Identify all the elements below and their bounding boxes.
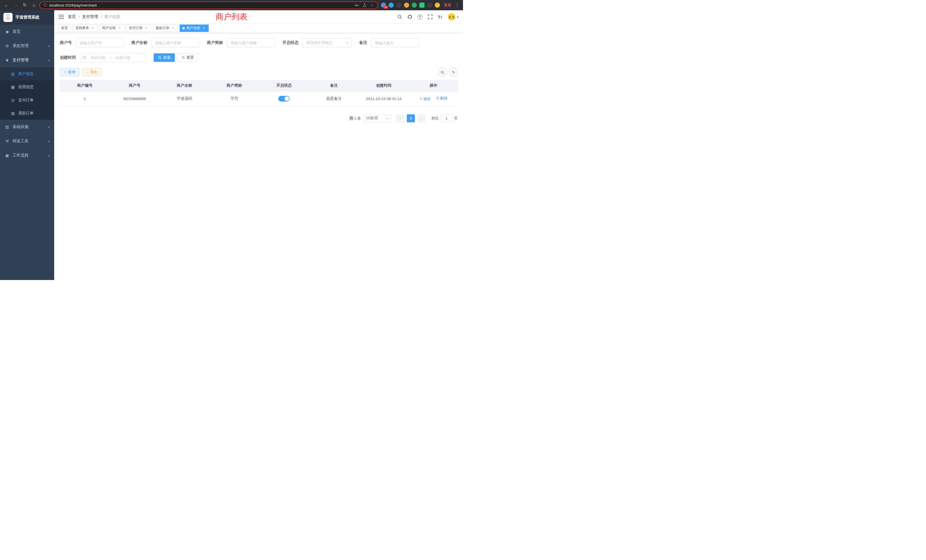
extensions-area: 10 [380,3,441,8]
search-icon[interactable] [398,15,402,19]
browser-update-button[interactable]: 更新 [444,3,451,8]
sidebar-item-merchant-info[interactable]: ▤ 商户信息 [0,67,54,80]
grid-icon: ▦ [10,85,15,89]
tab-home[interactable]: 首页 [58,24,71,32]
delete-button[interactable]: 删除 [436,96,448,101]
sidebar-item-system[interactable]: ⚙ 系统管理 ∨ [0,39,54,53]
share-icon[interactable] [363,3,367,7]
page-1-button[interactable]: 1 [407,114,415,122]
filter-create-time: 创建时间 - [60,53,146,62]
sidebar-item-payment[interactable]: ¥ 支付管理 ∧ [0,53,54,67]
main-panel: 首页 / 支付管理 / 商户信息 商户列表 ? [54,10,463,280]
status-select-value: 请选择开启状态 [306,40,332,45]
caret-down-icon: ▾ [457,15,458,18]
goto-unit: 页 [454,116,458,121]
sidebar-item-label: 研发工具 [12,139,45,144]
tab-user-group[interactable]: 用户分组 × [99,24,124,32]
reset-button-label: 重置 [186,55,194,60]
help-icon[interactable]: ? [418,15,422,20]
search-button[interactable]: 搜索 [154,53,175,62]
merchant-no-input[interactable] [76,38,124,47]
breadcrumb-current: 商户信息 [104,14,120,20]
extension-icon[interactable] [404,3,409,8]
tab-process-form[interactable]: 流程表单 × [73,24,97,32]
close-icon[interactable]: × [202,26,206,30]
full-name-input[interactable] [151,38,199,47]
sidebar-item-pay-order[interactable]: ◎ 支付订单 [0,94,54,107]
browser-forward-button[interactable]: → [12,2,20,9]
tags-view: 首页 流程表单 × 用户分组 × 支付订单 × 退款订单 × [54,23,463,33]
chevron-down-icon: ∨ [47,154,50,157]
create-time-range-picker[interactable]: - [80,53,146,62]
app-logo[interactable]: 芋道管理系统 [0,10,54,24]
table-toolbar: + 新增 ↓ 导出 ↻ [60,68,458,76]
fullscreen-icon[interactable] [428,15,433,19]
browser-reload-button[interactable]: ↻ [21,2,29,9]
user-avatar[interactable]: ▾ [448,13,458,21]
edit-button[interactable]: ✎ 修改 [420,96,431,101]
table-header-remark: 备注 [309,80,359,91]
address-bar[interactable]: ⓘ localhost:1024/pay/merchant ☆ [39,2,378,9]
extension-icon[interactable] [396,3,401,8]
sidebar-item-app-info[interactable]: ▦ 应用信息 [0,80,54,94]
close-icon[interactable]: × [118,26,121,30]
extension-icon[interactable]: 10 [381,3,386,8]
sidebar-item-infrastructure[interactable]: ▥ 基础设施 ∨ [0,120,54,134]
close-icon[interactable]: × [91,26,95,30]
chevron-down-icon: ∨ [47,126,50,129]
key-icon[interactable] [355,3,359,8]
export-button[interactable]: ↓ 导出 [82,68,102,76]
extension-icon[interactable] [427,3,432,8]
extension-icon[interactable] [419,3,425,8]
sidebar-item-dev-tools[interactable]: ⚒ 研发工具 ∨ [0,134,54,148]
status-toggle[interactable] [278,96,290,101]
page-size-select[interactable]: 10条/页 ∨ [363,114,391,122]
tab-refund-order[interactable]: 退款订单 × [153,24,178,32]
remark-input[interactable] [371,38,419,47]
reset-button[interactable]: ↻ 重置 [178,53,198,62]
breadcrumb-home[interactable]: 首页 [68,14,76,20]
text-size-small: T [440,16,442,20]
text-size-icon[interactable]: TT [438,15,442,20]
end-date-input[interactable] [113,56,133,60]
github-icon[interactable] [407,15,412,20]
browser-back-button[interactable]: ← [3,2,10,9]
briefcase-icon: ▣ [5,153,10,158]
chevron-down-icon: ∨ [47,44,50,48]
bookmark-star-icon[interactable]: ☆ [370,3,374,8]
status-select[interactable]: 请选择开启状态 ∨ [303,38,351,47]
table-header-full-name: 商户全称 [160,80,210,91]
refresh-table-button[interactable]: ↻ [449,68,458,76]
next-page-button[interactable]: › [418,114,425,122]
sidebar-item-refund-order[interactable]: ▧ 退款订单 [0,107,54,120]
sidebar-item-label: 基础设施 [12,124,45,129]
remark-label: 备注 [359,40,367,45]
toggle-search-button[interactable] [438,68,446,76]
url-text: localhost:1024/pay/merchant [49,3,353,8]
browser-home-button[interactable]: ⌂ [30,2,38,9]
sidebar-item-workflow[interactable]: ▣ 工作流程 ∨ [0,148,54,162]
prev-page-button[interactable]: ‹ [396,114,404,122]
browser-menu-icon[interactable]: ⋮ [454,3,460,8]
close-icon[interactable]: × [171,26,175,30]
hamburger-icon[interactable] [59,15,64,19]
extension-icon[interactable] [389,3,394,8]
start-date-input[interactable] [88,56,108,60]
close-icon[interactable]: × [144,26,148,30]
goto-page-input[interactable] [440,115,452,122]
refresh-icon: ↻ [182,56,185,60]
add-button[interactable]: + 新增 [60,68,80,76]
extension-icon[interactable] [412,3,417,8]
page-info-icon[interactable]: ⓘ [43,3,47,8]
short-name-input[interactable] [227,38,275,47]
tab-pay-order[interactable]: 支付订单 × [126,24,151,32]
cell-create-time: 2021-10-23 08:31:14 [359,91,409,106]
tab-merchant-info[interactable]: 商户信息 × [180,24,209,32]
tools-icon: ⚒ [5,139,10,144]
filter-full-name: 商户全称 [132,38,199,47]
sidebar-item-home[interactable]: ◉ 首页 [0,24,54,39]
extension-icon[interactable] [435,3,440,8]
pagination: 共 1 条 10条/页 ∨ ‹ 1 › 前往 页 [60,114,458,122]
breadcrumb-payment[interactable]: 支付管理 [82,14,98,20]
calendar-icon [82,56,86,60]
